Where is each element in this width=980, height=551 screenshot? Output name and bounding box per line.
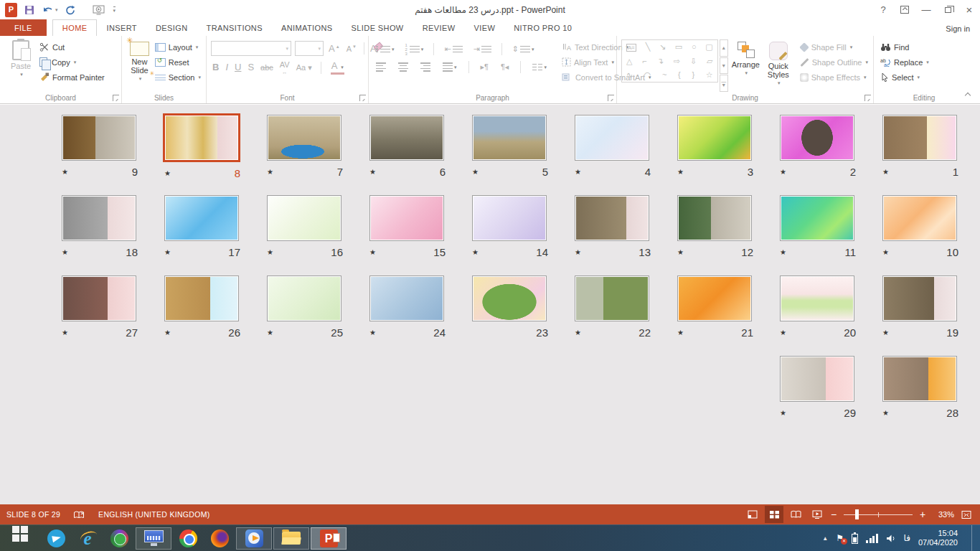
- sign-in-link[interactable]: Sign in: [946, 24, 970, 33]
- bold-button[interactable]: B: [212, 62, 219, 72]
- redo-button[interactable]: [65, 3, 75, 17]
- taskbar-button-telegram[interactable]: [41, 527, 71, 550]
- cut-button[interactable]: Cut: [37, 39, 107, 55]
- slide-thumbnail-7[interactable]: [267, 115, 341, 161]
- tab-review[interactable]: REVIEW: [413, 19, 465, 36]
- drawing-dialog-launcher[interactable]: [864, 95, 871, 101]
- slide-thumbnail-25[interactable]: [267, 276, 341, 321]
- align-center-button[interactable]: [395, 60, 411, 75]
- slide-thumbnail-20[interactable]: [780, 276, 854, 321]
- font-name-combo[interactable]: ▾: [211, 41, 291, 56]
- network-signal-icon[interactable]: [866, 534, 878, 543]
- paragraph-dialog-launcher[interactable]: [608, 95, 614, 101]
- zoom-slider[interactable]: [844, 509, 913, 519]
- tab-transitions[interactable]: TRANSITIONS: [197, 19, 272, 36]
- slide-show-button[interactable]: [808, 506, 826, 523]
- slide-thumbnail-15[interactable]: [369, 195, 444, 241]
- text-shadow-button[interactable]: S: [248, 62, 254, 72]
- zoom-slider-knob[interactable]: [855, 509, 859, 519]
- slide-thumbnail-17[interactable]: [164, 195, 239, 241]
- slide-thumbnail-22[interactable]: [575, 276, 649, 321]
- decrease-font-size-button[interactable]: A▼: [345, 44, 358, 54]
- slide-thumbnail-12[interactable]: [677, 195, 752, 241]
- tab-nitro-pro-10[interactable]: NITRO PRO 10: [504, 19, 581, 36]
- slide-thumbnail-10[interactable]: [882, 195, 957, 241]
- zoom-out-button[interactable]: −: [829, 509, 838, 520]
- font-dialog-launcher[interactable]: [359, 95, 366, 101]
- slide-thumbnail-3[interactable]: [677, 115, 752, 161]
- restore-button[interactable]: [937, 2, 958, 18]
- action-center-icon[interactable]: ⚑: [836, 534, 844, 542]
- increase-font-size-button[interactable]: A▲: [327, 44, 341, 54]
- slide-thumbnail-23[interactable]: [472, 276, 547, 321]
- right-to-left-button[interactable]: ¶◂: [498, 60, 512, 75]
- slide-thumbnail-1[interactable]: [882, 115, 957, 161]
- taskbar-button-firefox[interactable]: [204, 527, 235, 550]
- slide-thumbnail-13[interactable]: [575, 195, 649, 241]
- ribbon-display-options-button[interactable]: [894, 2, 915, 18]
- change-case-button[interactable]: Aa ▾: [296, 62, 312, 72]
- tab-design[interactable]: DESIGN: [146, 19, 197, 36]
- increase-indent-button[interactable]: ⇥: [471, 42, 494, 57]
- justify-button[interactable]: ▾: [440, 60, 460, 75]
- fit-slide-to-window-button[interactable]: [957, 506, 976, 523]
- slide-thumbnail-11[interactable]: [780, 195, 854, 241]
- tab-slide-show[interactable]: SLIDE SHOW: [342, 19, 413, 36]
- slide-thumbnail-27[interactable]: [62, 276, 136, 321]
- undo-button[interactable]: ▾: [42, 3, 58, 17]
- slide-thumbnail-4[interactable]: [575, 115, 649, 161]
- taskbar-button-chrome[interactable]: [173, 527, 203, 550]
- collapse-ribbon-button[interactable]: [965, 91, 971, 98]
- slide-thumbnail-6[interactable]: [369, 115, 444, 161]
- slide-thumbnail-24[interactable]: [369, 276, 444, 321]
- layout-button[interactable]: Layout▾: [153, 39, 203, 55]
- shapes-gallery-scrollbar[interactable]: ▲▼—▼: [720, 39, 728, 92]
- normal-view-button[interactable]: [743, 506, 762, 523]
- new-slide-button[interactable]: New Slide▾: [126, 38, 153, 92]
- align-left-button[interactable]: [373, 60, 389, 75]
- copy-button[interactable]: Copy▾: [37, 55, 107, 70]
- slide-sorter-canvas[interactable]: ★9★8★7★6★5★4★3★2★1★18★17★16★15★14★13★12★…: [0, 105, 980, 504]
- font-color-button[interactable]: A ▾: [330, 61, 345, 75]
- strikethrough-button[interactable]: abc: [260, 62, 273, 72]
- quick-styles-button[interactable]: Quick Styles▾: [763, 38, 793, 92]
- start-from-beginning-button[interactable]: [93, 3, 105, 17]
- minimize-button[interactable]: —: [915, 2, 937, 18]
- shape-effects-button[interactable]: Shape Effects▾: [798, 70, 870, 85]
- clipboard-dialog-launcher[interactable]: [113, 95, 119, 101]
- select-button[interactable]: Select▾: [878, 70, 931, 85]
- taskbar-button-powerpoint[interactable]: P: [311, 527, 347, 550]
- slide-thumbnail-21[interactable]: [677, 276, 752, 321]
- columns-button[interactable]: ▾: [529, 60, 550, 75]
- show-hidden-icons-button[interactable]: ▲: [822, 535, 828, 542]
- line-spacing-button[interactable]: ⇕▾: [509, 42, 537, 57]
- close-button[interactable]: ×: [958, 2, 980, 18]
- help-button[interactable]: ?: [872, 2, 894, 18]
- slide-thumbnail-14[interactable]: [472, 195, 547, 241]
- taskbar-clock[interactable]: 15:04 07/04/2020: [918, 529, 958, 548]
- taskbar-button-start[interactable]: [1, 527, 39, 550]
- slide-thumbnail-26[interactable]: [164, 276, 239, 321]
- slide-thumbnail-8[interactable]: [163, 113, 240, 162]
- tab-insert[interactable]: INSERT: [97, 19, 146, 36]
- replace-button[interactable]: abac Replace▾: [878, 55, 931, 70]
- font-size-combo[interactable]: ▾: [295, 41, 324, 56]
- zoom-percentage[interactable]: 33%: [930, 510, 954, 519]
- slide-sorter-view-button[interactable]: [765, 506, 783, 523]
- slide-thumbnail-9[interactable]: [62, 115, 136, 161]
- italic-button[interactable]: I: [225, 62, 228, 72]
- language-indicator[interactable]: ENGLISH (UNITED KINGDOM): [98, 510, 209, 519]
- save-button[interactable]: [24, 3, 34, 17]
- tab-home[interactable]: HOME: [52, 19, 98, 36]
- powerpoint-app-icon[interactable]: P: [5, 3, 17, 17]
- tab-animations[interactable]: ANIMATIONS: [272, 19, 342, 36]
- reading-view-button[interactable]: [786, 506, 805, 523]
- slide-thumbnail-19[interactable]: [882, 276, 957, 321]
- underline-button[interactable]: U: [235, 62, 241, 72]
- battery-icon[interactable]: [852, 534, 858, 544]
- shape-outline-button[interactable]: Shape Outline▾: [798, 55, 870, 70]
- numbering-button[interactable]: 123▾: [402, 42, 427, 57]
- zoom-in-button[interactable]: +: [918, 509, 927, 520]
- slide-thumbnail-18[interactable]: [62, 195, 136, 241]
- format-painter-button[interactable]: Format Painter: [37, 70, 107, 85]
